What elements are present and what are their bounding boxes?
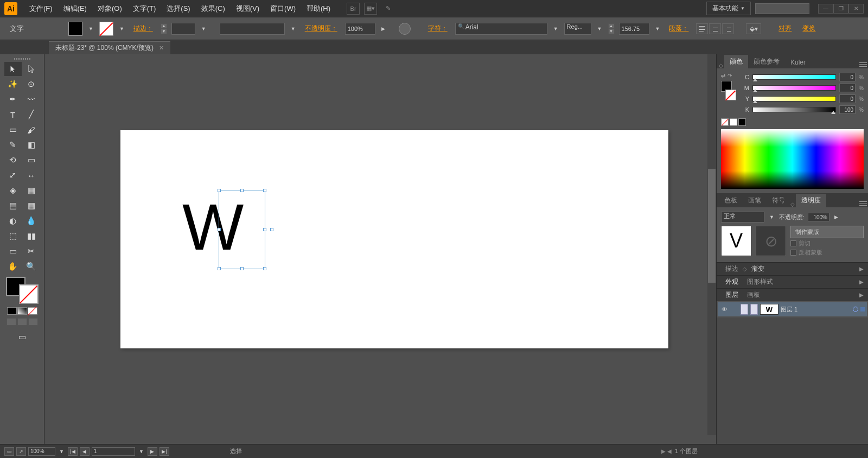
stroke-gradient-panel-header[interactable]: 描边 ◇ 渐变 ▶ bbox=[717, 262, 868, 275]
stroke-color-box[interactable] bbox=[19, 284, 39, 304]
eraser-tool[interactable]: ◧ bbox=[23, 138, 40, 152]
layer-target-icon[interactable] bbox=[853, 307, 858, 312]
tab-graphic-styles[interactable]: 图形样式 bbox=[743, 277, 777, 287]
blend-drop[interactable]: ▼ bbox=[768, 214, 776, 220]
layer-name[interactable]: 图层 1 bbox=[781, 306, 851, 314]
make-mask-button[interactable]: 制作蒙版 bbox=[790, 226, 864, 238]
hand-tool[interactable]: ✋ bbox=[4, 259, 22, 273]
transform-link[interactable]: 变换 bbox=[799, 24, 819, 33]
color-picker[interactable] bbox=[6, 277, 39, 304]
recolor-button[interactable] bbox=[399, 23, 411, 35]
rectangle-tool[interactable]: ▭ bbox=[4, 123, 22, 137]
expand-icon-2[interactable]: ▶ bbox=[859, 279, 864, 285]
handle-extension[interactable] bbox=[270, 228, 273, 231]
window-maximize[interactable]: ❐ bbox=[833, 4, 848, 14]
canvas-area[interactable]: W bbox=[44, 54, 716, 444]
curvature-tool[interactable]: 〰 bbox=[23, 92, 40, 106]
black-swatch[interactable] bbox=[738, 118, 746, 126]
white-swatch[interactable] bbox=[730, 118, 737, 126]
artboard-drop[interactable]: ▼ bbox=[137, 449, 145, 454]
stroke-color-swatch[interactable] bbox=[99, 22, 113, 36]
artboard-nav-input[interactable] bbox=[92, 447, 135, 456]
fill-color-swatch[interactable] bbox=[68, 22, 82, 36]
line-tool[interactable]: ╱ bbox=[23, 107, 40, 122]
tab-stroke[interactable]: 描边 bbox=[721, 264, 743, 273]
layer-visibility-icon[interactable]: 👁 bbox=[720, 305, 729, 314]
handle-bot-right[interactable] bbox=[263, 267, 266, 270]
tab-close-icon[interactable]: ✕ bbox=[159, 44, 164, 52]
screen-mode-3[interactable] bbox=[28, 318, 38, 326]
c-value[interactable] bbox=[839, 73, 856, 81]
handle-mid-right[interactable] bbox=[263, 228, 266, 231]
tab-layers[interactable]: 图层 bbox=[721, 290, 743, 300]
vertical-scrollbar[interactable] bbox=[707, 54, 716, 435]
workspace-switcher[interactable]: 基本功能▼ bbox=[706, 2, 751, 15]
column-graph-tool[interactable]: ▮▮ bbox=[23, 229, 40, 243]
fill-dropdown[interactable]: ▼ bbox=[87, 26, 95, 31]
menu-help[interactable]: 帮助(H) bbox=[301, 4, 336, 14]
font-style-drop[interactable]: ▼ bbox=[596, 26, 604, 31]
magic-wand-tool[interactable]: ✨ bbox=[4, 77, 22, 91]
shape-builder-tool[interactable]: ▦ bbox=[23, 183, 40, 198]
tab-symbols[interactable]: 符号 bbox=[767, 194, 790, 207]
stroke-weight-stepper[interactable]: ▲▼ bbox=[161, 23, 167, 34]
pen-tool[interactable]: ✒ bbox=[4, 92, 22, 106]
document-tab[interactable]: 未标题-23* @ 100% (CMYK/预览) ✕ bbox=[49, 41, 170, 54]
eyedropper-tool[interactable]: 💧 bbox=[23, 214, 40, 228]
menu-select[interactable]: 选择(S) bbox=[161, 4, 195, 14]
m-value[interactable] bbox=[839, 84, 856, 92]
tab-kuler[interactable]: Kuler bbox=[785, 56, 811, 68]
window-minimize[interactable]: — bbox=[818, 4, 833, 14]
brush-def-input[interactable] bbox=[220, 23, 285, 35]
fill-mode-solid[interactable] bbox=[7, 307, 17, 315]
y-value[interactable] bbox=[839, 94, 856, 103]
tab-transparency[interactable]: 透明度 bbox=[796, 194, 826, 207]
opacity-value-input[interactable] bbox=[808, 213, 829, 221]
stroke-weight-drop[interactable]: ▼ bbox=[200, 26, 208, 31]
tab-brushes[interactable]: 画笔 bbox=[743, 194, 767, 207]
nav-prev[interactable]: ◀ bbox=[80, 447, 90, 456]
artboard-tool[interactable]: ▭ bbox=[4, 244, 22, 258]
pencil-tool[interactable]: ✎ bbox=[4, 138, 22, 152]
direct-selection-tool[interactable] bbox=[23, 62, 40, 76]
trans-panel-menu[interactable] bbox=[858, 200, 868, 207]
c-slider[interactable] bbox=[752, 74, 836, 80]
y-slider[interactable] bbox=[752, 96, 836, 101]
handle-top-left[interactable] bbox=[218, 189, 221, 192]
align-link[interactable]: 对齐 bbox=[775, 24, 795, 33]
m-slider[interactable] bbox=[752, 85, 836, 91]
tab-swatches[interactable]: 色板 bbox=[719, 194, 743, 207]
search-input[interactable] bbox=[755, 3, 809, 14]
fill-mode-gradient[interactable] bbox=[17, 307, 27, 315]
sb-icon1[interactable]: ▭ bbox=[4, 447, 14, 456]
handle-bot-mid[interactable] bbox=[240, 267, 244, 270]
handle-top-mid[interactable] bbox=[240, 189, 244, 192]
para-align-left[interactable] bbox=[696, 23, 708, 34]
tab-gradient[interactable]: 渐变 bbox=[747, 264, 769, 273]
handle-top-right[interactable] bbox=[263, 189, 266, 192]
tab-appearance[interactable]: 外观 bbox=[721, 277, 743, 287]
layers-panel-header[interactable]: 图层 画板 ▶ bbox=[717, 288, 868, 301]
expand-icon[interactable]: ▶ bbox=[859, 266, 864, 272]
para-align-right[interactable] bbox=[722, 23, 734, 34]
selection-bounding-box[interactable] bbox=[219, 190, 265, 269]
appearance-panel-header[interactable]: 外观 图形样式 ▶ bbox=[717, 275, 868, 288]
handle-bot-left[interactable] bbox=[218, 267, 221, 270]
color-spectrum[interactable] bbox=[721, 129, 864, 189]
para-align-center[interactable] bbox=[709, 23, 721, 34]
fill-mode-none[interactable] bbox=[28, 307, 37, 315]
perspective-grid-tool[interactable]: ▤ bbox=[4, 199, 22, 213]
paragraph-link[interactable]: 段落： bbox=[666, 24, 692, 33]
opacity-input[interactable] bbox=[345, 23, 375, 35]
gradient-tool[interactable]: ◐ bbox=[4, 214, 22, 228]
gpu-icon[interactable]: ✎ bbox=[381, 3, 394, 15]
stroke-dropdown[interactable]: ▼ bbox=[118, 26, 126, 31]
color-panel-preview[interactable] bbox=[721, 81, 736, 100]
font-style-select[interactable]: Reg... bbox=[564, 23, 591, 35]
k-value[interactable] bbox=[839, 105, 856, 114]
arrange-docs-icon[interactable]: ▦▾ bbox=[364, 3, 377, 15]
free-transform-tool[interactable]: ◈ bbox=[4, 183, 22, 198]
selection-tool[interactable] bbox=[4, 62, 22, 76]
object-thumbnail[interactable]: V bbox=[721, 226, 751, 256]
color-panel-menu[interactable] bbox=[858, 61, 868, 68]
